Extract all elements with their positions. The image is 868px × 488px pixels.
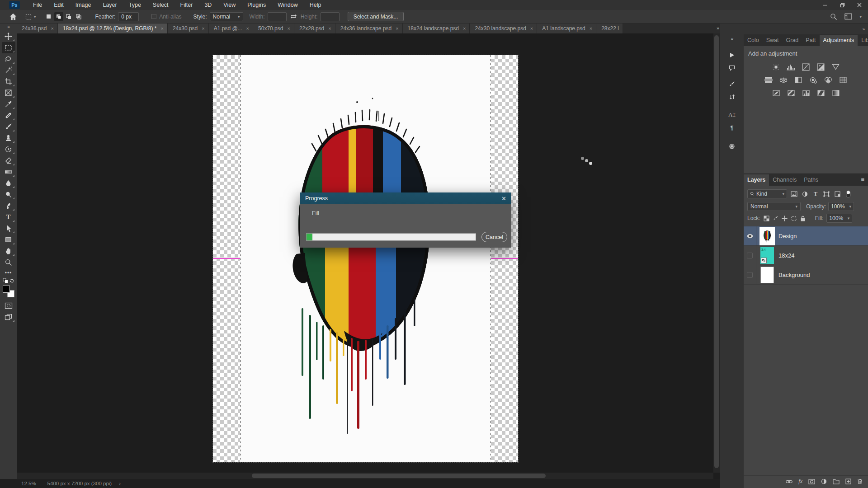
path-selection-tool[interactable] (2, 223, 15, 234)
document-tab[interactable]: 24x36.psd× (17, 23, 58, 33)
double-chevron-left-icon[interactable]: « (724, 33, 740, 45)
lock-position-icon[interactable] (782, 216, 788, 221)
menu-image[interactable]: Image (70, 0, 97, 9)
document-tab[interactable]: 24x30.psd× (168, 23, 209, 33)
adjustment-layer-filter-icon[interactable] (801, 191, 809, 197)
tab-layers[interactable]: Layers (744, 174, 769, 186)
edit-toolbar-icon[interactable]: ••• (5, 270, 12, 276)
lock-all-icon[interactable] (800, 216, 806, 221)
layer-row-design[interactable]: Design (744, 226, 868, 246)
close-icon[interactable]: × (51, 26, 53, 31)
tab-paths[interactable]: Paths (800, 174, 822, 186)
close-icon[interactable]: × (463, 26, 466, 31)
exposure-icon[interactable] (816, 63, 826, 71)
visibility-toggle[interactable] (744, 265, 756, 285)
brush-tool[interactable] (2, 121, 15, 132)
menu-plugins[interactable]: Plugins (241, 0, 272, 9)
tab-channels[interactable]: Channels (769, 174, 800, 186)
horizontal-scrollbar-thumb[interactable] (252, 474, 546, 478)
menu-window[interactable]: Window (272, 0, 303, 9)
document-tab[interactable]: 50x70.psd× (253, 23, 294, 33)
close-icon[interactable]: × (530, 26, 533, 31)
document-tab[interactable]: 18x24 landscape.psd× (403, 23, 470, 33)
hand-tool[interactable] (2, 245, 15, 257)
eyedropper-tool[interactable] (2, 99, 15, 110)
color-lookup-icon[interactable] (838, 76, 848, 84)
pixel-layer-filter-icon[interactable] (790, 191, 798, 197)
menu-type[interactable]: Type (123, 0, 147, 9)
status-chevron-icon[interactable]: › (119, 481, 121, 486)
rectangular-marquee-tool[interactable] (2, 42, 15, 53)
progress-dialog-titlebar[interactable]: Progress ✕ (300, 192, 511, 204)
layer-row-18x24[interactable]: 3:4 18x24 (744, 246, 868, 265)
anti-alias-checkbox[interactable]: Anti-alias (151, 14, 181, 20)
filter-toggle[interactable] (844, 190, 852, 198)
document-tab[interactable]: A1 landscape.psd× (537, 23, 596, 33)
search-icon[interactable] (830, 13, 837, 20)
gradient-tool[interactable] (2, 166, 15, 178)
dialog-close-icon[interactable]: ✕ (501, 195, 506, 202)
vertical-scrollbar[interactable] (713, 33, 720, 473)
photo-filter-icon[interactable] (808, 76, 818, 84)
menu-layer[interactable]: Layer (97, 0, 123, 9)
close-icon[interactable]: × (246, 26, 249, 31)
canvas-area[interactable] (17, 33, 713, 473)
tab-libraries[interactable]: Libra (858, 35, 868, 46)
clone-stamp-tool[interactable] (2, 132, 15, 144)
home-icon[interactable] (9, 13, 17, 21)
menu-file[interactable]: File (27, 0, 48, 9)
tab-gradients[interactable]: Grad (783, 35, 802, 46)
spot-healing-brush-tool[interactable] (2, 110, 15, 121)
screen-mode-icon[interactable] (2, 311, 15, 323)
layer-thumbnail[interactable] (760, 267, 774, 283)
toolbar-expand-icon[interactable]: » (7, 23, 9, 31)
vertical-scrollbar-thumb[interactable] (714, 35, 719, 468)
document-tab[interactable]: 24x36 landscape.psd× (335, 23, 403, 33)
lock-pixels-icon[interactable] (773, 216, 778, 221)
character-panel-icon[interactable]: A⌶ (724, 108, 740, 121)
menu-view[interactable]: View (217, 0, 241, 9)
close-icon[interactable]: × (328, 26, 331, 31)
tool-preset-icon[interactable]: ▾ (25, 13, 36, 20)
document-tab[interactable]: 24x30 landscape.psd× (470, 23, 537, 33)
visibility-toggle[interactable] (744, 246, 756, 265)
layer-mask-icon[interactable] (808, 479, 815, 484)
foreground-color-swatch[interactable] (3, 286, 10, 293)
blend-mode-dropdown[interactable]: Normal▾ (747, 202, 801, 211)
vibrance-icon[interactable] (831, 63, 841, 71)
clone-source-panel-icon[interactable] (724, 140, 740, 153)
close-icon[interactable]: × (590, 26, 592, 31)
chevron-down-icon[interactable]: ▾ (859, 14, 862, 19)
rectangle-tool[interactable] (2, 234, 15, 245)
blur-tool[interactable] (2, 178, 15, 189)
channel-mixer-icon[interactable] (823, 76, 833, 84)
new-adjustment-layer-icon[interactable] (821, 479, 827, 484)
lock-transparency-icon[interactable] (764, 216, 769, 221)
close-icon[interactable]: × (160, 26, 163, 31)
brightness-contrast-icon[interactable] (771, 63, 781, 71)
panel-menu-icon[interactable]: ≡ (857, 174, 868, 186)
layer-thumbnail[interactable]: 3:4 (760, 247, 774, 264)
dock-collapse-chevron-icon[interactable]: » (862, 27, 864, 32)
menu-select[interactable]: Select (147, 0, 175, 9)
posterize-icon[interactable] (786, 89, 796, 97)
close-button[interactable] (851, 0, 868, 10)
close-icon[interactable]: × (396, 26, 398, 31)
document-tab[interactable]: 22x28.psd× (294, 23, 335, 33)
cancel-button[interactable]: Cancel (481, 232, 507, 242)
lasso-tool[interactable] (2, 53, 15, 65)
style-dropdown[interactable]: Normal▾ (210, 12, 243, 21)
type-layer-filter-icon[interactable]: T (811, 191, 820, 197)
lock-artboard-icon[interactable] (791, 216, 797, 221)
comments-panel-icon[interactable] (724, 61, 740, 74)
link-layers-icon[interactable] (786, 479, 793, 484)
move-tool[interactable] (2, 31, 15, 42)
layer-effects-icon[interactable]: fx (798, 478, 802, 485)
select-and-mask-button[interactable]: Select and Mask... (348, 12, 404, 21)
menu-edit[interactable]: Edit (48, 0, 70, 9)
quick-mask-icon[interactable] (2, 300, 15, 311)
intersect-selection-icon[interactable] (74, 12, 83, 21)
color-balance-icon[interactable] (778, 76, 788, 84)
curves-icon[interactable] (801, 63, 811, 71)
tab-overflow-chevron-icon[interactable]: » (717, 25, 719, 31)
